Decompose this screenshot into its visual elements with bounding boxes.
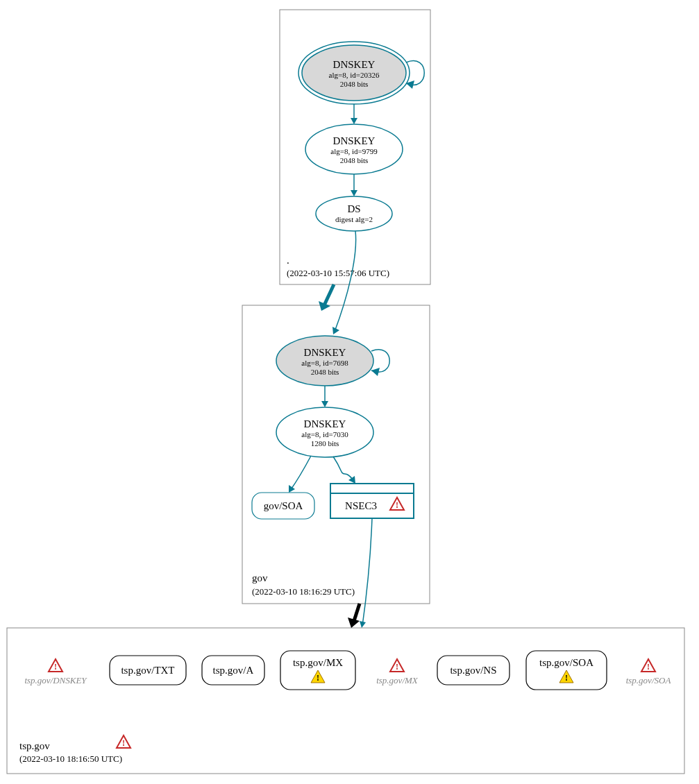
tsp-mx-node: tsp.gov/MX ! [280,651,355,690]
svg-text:2048 bits: 2048 bits [311,368,339,376]
svg-marker-14 [351,190,357,196]
svg-text:!: ! [54,662,57,672]
svg-text:tsp.gov/TXT: tsp.gov/TXT [121,665,174,676]
svg-text:tsp.gov/MX: tsp.gov/MX [293,657,343,668]
tsp-dnskey-ghost: ! tsp.gov/DNSKEY [24,659,87,685]
svg-marker-34 [289,485,295,493]
gov-ksk-selfloop [371,350,389,373]
svg-text:alg=8, id=7030: alg=8, id=7030 [301,430,348,438]
error-icon: ! [49,659,62,672]
svg-text:tsp.gov/DNSKEY: tsp.gov/DNSKEY [24,675,87,685]
tsp-ns-node: tsp.gov/NS [437,656,509,685]
tsp-zone-label: tsp.gov [19,740,50,751]
svg-text:!: ! [317,673,319,683]
edge-nsec3-tsp [362,518,372,626]
svg-text:!: ! [396,662,398,672]
svg-text:DNSKEY: DNSKEY [304,418,346,429]
root-zone-timestamp: (2022-03-10 15:57:06 UTC) [287,268,389,278]
edge-ds-govksk [335,231,356,332]
root-zone-label: . [287,255,289,266]
svg-text:!: ! [122,738,125,748]
svg-text:2048 bits: 2048 bits [340,80,369,88]
gov-zsk-node: DNSKEY alg=8, id=7030 1280 bits [276,407,373,457]
error-icon: ! [390,659,404,672]
svg-text:DS: DS [347,203,360,214]
tsp-txt-node: tsp.gov/TXT [110,656,186,685]
tsp-mx-ghost: ! tsp.gov/MX [376,659,419,685]
svg-text:2048 bits: 2048 bits [340,156,369,164]
root-zsk-node: DNSKEY alg=8, id=9799 2048 bits [305,124,403,174]
error-icon: ! [117,735,130,748]
svg-text:alg=8, id=9799: alg=8, id=9799 [330,147,378,155]
svg-marker-13 [351,118,357,124]
svg-text:gov/SOA: gov/SOA [264,500,303,511]
edge-govzsk-nsec3 [333,457,354,482]
svg-text:alg=8, id=20326: alg=8, id=20326 [329,71,380,79]
svg-text:tsp.gov/NS: tsp.gov/NS [450,665,496,676]
gov-zone-label: gov [252,572,268,583]
edge-root-gov-thick [324,284,334,305]
svg-text:DNSKEY: DNSKEY [333,135,376,146]
dnssec-diagram: . (2022-03-10 15:57:06 UTC) DNSKEY alg=8… [0,0,699,784]
svg-text:DNSKEY: DNSKEY [304,347,346,358]
root-ds-node: DS digest alg=2 [316,196,392,231]
svg-text:tsp.gov/MX: tsp.gov/MX [376,675,419,685]
gov-nsec3-node: NSEC3 ! [330,484,414,518]
svg-text:tsp.gov/A: tsp.gov/A [213,665,254,676]
tsp-soa-node: tsp.gov/SOA ! [526,651,607,690]
gov-ksk-node: DNSKEY alg=8, id=7698 2048 bits [276,336,373,386]
tsp-a-node: tsp.gov/A [202,656,264,685]
tsp-zone-timestamp: (2022-03-10 18:16:50 UTC) [19,753,122,764]
svg-text:!: ! [647,662,650,672]
error-icon: ! [641,659,655,672]
svg-text:digest alg=2: digest alg=2 [335,215,373,223]
root-ksk-selfloop [406,61,424,85]
svg-text:!: ! [565,673,568,683]
tsp-zone-box [7,628,684,774]
svg-text:tsp.gov/SOA: tsp.gov/SOA [539,657,593,668]
tsp-soa-ghost: ! tsp.gov/SOA [626,659,671,685]
svg-text:tsp.gov/SOA: tsp.gov/SOA [626,675,671,685]
svg-text:NSEC3: NSEC3 [345,500,377,511]
gov-soa-node: gov/SOA [252,493,314,519]
svg-text:DNSKEY: DNSKEY [333,59,376,70]
gov-zone-timestamp: (2022-03-10 18:16:29 UTC) [252,586,355,597]
svg-marker-21 [371,368,380,376]
edge-govzsk-soa [290,456,311,491]
root-ksk-node: DNSKEY alg=8, id=20326 2048 bits [298,42,410,104]
svg-marker-35 [348,476,355,484]
svg-marker-37 [360,621,366,628]
edge-gov-tsp-black [354,604,360,621]
svg-text:alg=8, id=7698: alg=8, id=7698 [301,359,348,367]
svg-marker-26 [321,401,328,407]
svg-text:!: ! [396,500,398,510]
svg-text:1280 bits: 1280 bits [311,439,339,448]
